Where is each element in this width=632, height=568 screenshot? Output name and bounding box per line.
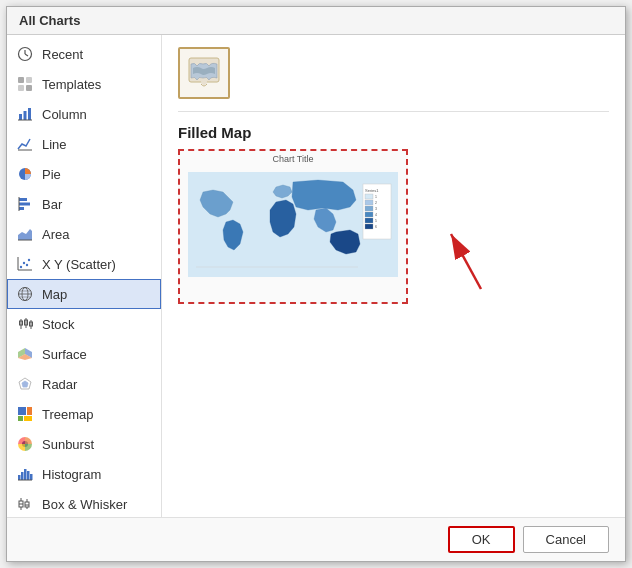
line-chart-icon [16, 135, 34, 153]
ok-button[interactable]: OK [448, 526, 515, 553]
sidebar-item-surface[interactable]: Surface [7, 339, 161, 369]
chart-title-label: Chart Title [180, 154, 406, 164]
sidebar-item-bar-label: Bar [42, 197, 62, 212]
sunburst-chart-icon [16, 435, 34, 453]
sidebar-item-templates-label: Templates [42, 77, 101, 92]
svg-line-92 [451, 234, 481, 289]
radar-chart-icon [16, 375, 34, 393]
svg-point-20 [23, 262, 25, 264]
histogram-chart-icon [16, 465, 34, 483]
pie-chart-icon [16, 165, 34, 183]
chart-types-row [178, 47, 609, 112]
sidebar-item-recent-label: Recent [42, 47, 83, 62]
svg-rect-15 [19, 207, 24, 210]
sidebar-item-stock-label: Stock [42, 317, 75, 332]
sidebar-item-line[interactable]: Line [7, 129, 161, 159]
svg-point-19 [20, 266, 22, 268]
chart-type-name: Filled Map [178, 124, 609, 141]
clock-icon [16, 45, 34, 63]
svg-rect-48 [24, 469, 27, 480]
sidebar-item-treemap-label: Treemap [42, 407, 94, 422]
svg-rect-3 [18, 77, 24, 83]
svg-rect-82 [365, 218, 373, 223]
svg-text:6: 6 [375, 225, 377, 229]
bar-chart-icon [16, 195, 34, 213]
dialog-footer: OK Cancel [7, 517, 625, 561]
sidebar-item-radar[interactable]: Radar [7, 369, 161, 399]
svg-text:Series1: Series1 [365, 188, 379, 193]
svg-rect-13 [19, 198, 27, 201]
world-map-preview: Series1 1 2 3 4 5 6 [188, 172, 398, 277]
sidebar-item-histogram[interactable]: Histogram [7, 459, 161, 489]
stock-chart-icon [16, 315, 34, 333]
pointer-arrow [426, 219, 506, 299]
chart-type-sidebar: Recent Templates [7, 35, 162, 517]
sidebar-item-bar[interactable]: Bar [7, 189, 161, 219]
svg-rect-42 [27, 407, 32, 415]
sidebar-item-templates[interactable]: Templates [7, 69, 161, 99]
sidebar-item-line-label: Line [42, 137, 67, 152]
sidebar-item-radar-label: Radar [42, 377, 77, 392]
svg-rect-44 [24, 416, 32, 421]
sidebar-item-pie[interactable]: Pie [7, 159, 161, 189]
svg-rect-14 [19, 203, 30, 206]
svg-rect-50 [30, 474, 33, 480]
chart-preview-box: Chart Title [178, 149, 408, 304]
sidebar-item-histogram-label: Histogram [42, 467, 101, 482]
svg-rect-47 [21, 472, 24, 480]
sidebar-item-treemap[interactable]: Treemap [7, 399, 161, 429]
svg-rect-6 [26, 85, 32, 91]
svg-rect-81 [365, 212, 373, 217]
svg-rect-46 [18, 475, 21, 480]
svg-text:2: 2 [375, 201, 377, 205]
column-chart-icon [16, 105, 34, 123]
cancel-button[interactable]: Cancel [523, 526, 609, 553]
svg-rect-49 [27, 471, 30, 480]
svg-rect-5 [18, 85, 24, 91]
svg-marker-40 [22, 381, 28, 387]
dialog-body: Recent Templates [7, 35, 625, 517]
svg-rect-9 [28, 108, 31, 120]
sidebar-item-xy-scatter[interactable]: X Y (Scatter) [7, 249, 161, 279]
svg-point-21 [26, 264, 28, 266]
svg-text:1: 1 [375, 195, 377, 199]
surface-chart-icon [16, 345, 34, 363]
area-chart-icon [16, 225, 34, 243]
svg-marker-17 [18, 229, 32, 240]
svg-rect-78 [365, 194, 373, 199]
sidebar-item-box-whisker[interactable]: Box & Whisker [7, 489, 161, 517]
sidebar-item-xy-scatter-label: X Y (Scatter) [42, 257, 116, 272]
svg-text:5: 5 [375, 219, 377, 223]
sidebar-item-surface-label: Surface [42, 347, 87, 362]
sidebar-item-pie-label: Pie [42, 167, 61, 182]
sidebar-item-recent[interactable]: Recent [7, 39, 161, 69]
sidebar-item-stock[interactable]: Stock [7, 309, 161, 339]
sidebar-item-area-label: Area [42, 227, 69, 242]
sidebar-item-sunburst[interactable]: Sunburst [7, 429, 161, 459]
svg-rect-8 [24, 111, 27, 120]
sidebar-item-map-label: Map [42, 287, 67, 302]
main-content-area: Filled Map Chart Title [162, 35, 625, 517]
dialog-title: All Charts [7, 7, 625, 35]
sidebar-item-column-label: Column [42, 107, 87, 122]
svg-text:4: 4 [375, 213, 377, 217]
svg-line-2 [25, 54, 28, 56]
sidebar-item-area[interactable]: Area [7, 219, 161, 249]
svg-text:3: 3 [375, 207, 377, 211]
map-svg-container: Series1 1 2 3 4 5 6 [180, 164, 406, 284]
svg-rect-79 [365, 200, 373, 205]
box-chart-icon [16, 495, 34, 513]
svg-point-22 [28, 259, 30, 261]
svg-rect-80 [365, 206, 373, 211]
sidebar-item-box-whisker-label: Box & Whisker [42, 497, 127, 512]
svg-rect-83 [365, 224, 373, 229]
map-chart-icon [16, 285, 34, 303]
svg-rect-7 [19, 114, 22, 120]
svg-rect-4 [26, 77, 32, 83]
chart-preview-area: Chart Title [178, 149, 609, 505]
filled-map-thumb[interactable] [178, 47, 230, 99]
sidebar-item-map[interactable]: Map [7, 279, 161, 309]
sidebar-item-column[interactable]: Column [7, 99, 161, 129]
svg-point-74 [201, 79, 207, 85]
sidebar-item-sunburst-label: Sunburst [42, 437, 94, 452]
